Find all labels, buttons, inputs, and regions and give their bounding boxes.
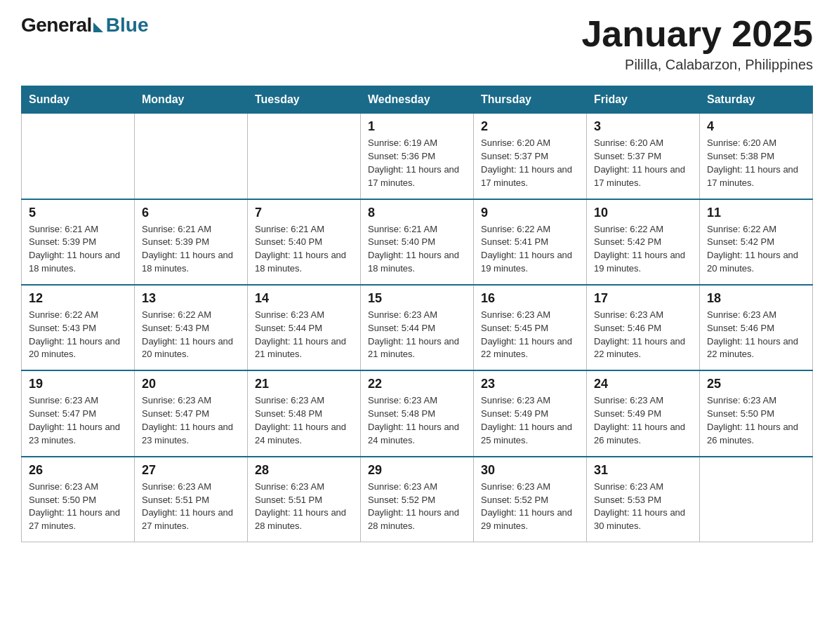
day-number: 1 (368, 119, 466, 134)
day-number: 18 (707, 291, 805, 306)
day-info: Sunrise: 6:23 AM Sunset: 5:45 PM Dayligh… (481, 309, 579, 361)
calendar-cell (135, 114, 248, 199)
calendar-cell: 30Sunrise: 6:23 AM Sunset: 5:52 PM Dayli… (474, 457, 587, 542)
weekday-header-tuesday: Tuesday (248, 86, 361, 114)
calendar-table: SundayMondayTuesdayWednesdayThursdayFrid… (21, 86, 813, 542)
calendar-subtitle: Pililla, Calabarzon, Philippines (581, 57, 813, 73)
day-info: Sunrise: 6:23 AM Sunset: 5:46 PM Dayligh… (594, 309, 692, 361)
day-info: Sunrise: 6:23 AM Sunset: 5:49 PM Dayligh… (594, 394, 692, 447)
calendar-cell: 13Sunrise: 6:22 AM Sunset: 5:43 PM Dayli… (135, 285, 248, 370)
day-info: Sunrise: 6:23 AM Sunset: 5:50 PM Dayligh… (707, 394, 805, 447)
weekday-header-sunday: Sunday (22, 86, 135, 114)
day-number: 4 (707, 119, 805, 134)
calendar-cell: 18Sunrise: 6:23 AM Sunset: 5:46 PM Dayli… (700, 285, 813, 370)
calendar-cell: 7Sunrise: 6:21 AM Sunset: 5:40 PM Daylig… (248, 199, 361, 285)
day-info: Sunrise: 6:23 AM Sunset: 5:51 PM Dayligh… (255, 481, 353, 533)
day-info: Sunrise: 6:23 AM Sunset: 5:51 PM Dayligh… (142, 481, 240, 533)
day-number: 20 (142, 377, 240, 391)
day-info: Sunrise: 6:22 AM Sunset: 5:41 PM Dayligh… (481, 223, 579, 276)
day-info: Sunrise: 6:21 AM Sunset: 5:39 PM Dayligh… (142, 223, 240, 276)
calendar-cell: 24Sunrise: 6:23 AM Sunset: 5:49 PM Dayli… (587, 370, 700, 456)
calendar-cell: 23Sunrise: 6:23 AM Sunset: 5:49 PM Dayli… (474, 370, 587, 456)
weekday-header-row: SundayMondayTuesdayWednesdayThursdayFrid… (22, 86, 813, 114)
day-number: 26 (29, 463, 127, 478)
calendar-cell: 22Sunrise: 6:23 AM Sunset: 5:48 PM Dayli… (361, 370, 474, 456)
page-header: General Blue January 2025 Pililla, Calab… (21, 14, 813, 73)
day-number: 31 (594, 463, 692, 478)
calendar-week-row: 12Sunrise: 6:22 AM Sunset: 5:43 PM Dayli… (22, 285, 813, 370)
logo: General Blue (21, 14, 148, 36)
calendar-week-row: 1Sunrise: 6:19 AM Sunset: 5:36 PM Daylig… (22, 114, 813, 199)
day-info: Sunrise: 6:23 AM Sunset: 5:52 PM Dayligh… (368, 481, 466, 533)
calendar-cell: 29Sunrise: 6:23 AM Sunset: 5:52 PM Dayli… (361, 457, 474, 542)
calendar-cell: 3Sunrise: 6:20 AM Sunset: 5:37 PM Daylig… (587, 114, 700, 199)
calendar-cell: 5Sunrise: 6:21 AM Sunset: 5:39 PM Daylig… (22, 199, 135, 285)
day-number: 27 (142, 463, 240, 478)
day-number: 6 (142, 206, 240, 220)
day-number: 23 (481, 377, 579, 391)
weekday-header-saturday: Saturday (700, 86, 813, 114)
day-info: Sunrise: 6:21 AM Sunset: 5:40 PM Dayligh… (368, 223, 466, 276)
day-number: 7 (255, 206, 353, 220)
day-info: Sunrise: 6:23 AM Sunset: 5:47 PM Dayligh… (142, 394, 240, 447)
day-info: Sunrise: 6:22 AM Sunset: 5:43 PM Dayligh… (29, 309, 127, 361)
logo-blue-text: Blue (106, 14, 149, 36)
day-info: Sunrise: 6:22 AM Sunset: 5:42 PM Dayligh… (594, 223, 692, 276)
day-info: Sunrise: 6:23 AM Sunset: 5:52 PM Dayligh… (481, 481, 579, 533)
day-info: Sunrise: 6:22 AM Sunset: 5:43 PM Dayligh… (142, 309, 240, 361)
calendar-header: SundayMondayTuesdayWednesdayThursdayFrid… (22, 86, 813, 114)
calendar-cell: 6Sunrise: 6:21 AM Sunset: 5:39 PM Daylig… (135, 199, 248, 285)
weekday-header-monday: Monday (135, 86, 248, 114)
day-number: 30 (481, 463, 579, 478)
day-info: Sunrise: 6:23 AM Sunset: 5:47 PM Dayligh… (29, 394, 127, 447)
day-info: Sunrise: 6:20 AM Sunset: 5:37 PM Dayligh… (594, 137, 692, 189)
title-block: January 2025 Pililla, Calabarzon, Philip… (581, 14, 813, 73)
logo-arrow-icon (93, 22, 103, 32)
calendar-cell: 10Sunrise: 6:22 AM Sunset: 5:42 PM Dayli… (587, 199, 700, 285)
calendar-cell: 9Sunrise: 6:22 AM Sunset: 5:41 PM Daylig… (474, 199, 587, 285)
day-info: Sunrise: 6:19 AM Sunset: 5:36 PM Dayligh… (368, 137, 466, 189)
day-number: 12 (29, 291, 127, 306)
day-number: 5 (29, 206, 127, 220)
day-number: 22 (368, 377, 466, 391)
calendar-cell: 8Sunrise: 6:21 AM Sunset: 5:40 PM Daylig… (361, 199, 474, 285)
day-info: Sunrise: 6:23 AM Sunset: 5:50 PM Dayligh… (29, 481, 127, 533)
day-info: Sunrise: 6:23 AM Sunset: 5:44 PM Dayligh… (255, 309, 353, 361)
calendar-cell: 27Sunrise: 6:23 AM Sunset: 5:51 PM Dayli… (135, 457, 248, 542)
day-number: 8 (368, 206, 466, 220)
calendar-cell: 25Sunrise: 6:23 AM Sunset: 5:50 PM Dayli… (700, 370, 813, 456)
day-number: 17 (594, 291, 692, 306)
day-info: Sunrise: 6:21 AM Sunset: 5:40 PM Dayligh… (255, 223, 353, 276)
day-info: Sunrise: 6:20 AM Sunset: 5:38 PM Dayligh… (707, 137, 805, 189)
logo-general-text: General (21, 14, 92, 36)
calendar-cell: 17Sunrise: 6:23 AM Sunset: 5:46 PM Dayli… (587, 285, 700, 370)
day-number: 14 (255, 291, 353, 306)
calendar-cell: 14Sunrise: 6:23 AM Sunset: 5:44 PM Dayli… (248, 285, 361, 370)
day-number: 15 (368, 291, 466, 306)
day-info: Sunrise: 6:23 AM Sunset: 5:53 PM Dayligh… (594, 481, 692, 533)
calendar-week-row: 5Sunrise: 6:21 AM Sunset: 5:39 PM Daylig… (22, 199, 813, 285)
day-number: 29 (368, 463, 466, 478)
day-number: 25 (707, 377, 805, 391)
calendar-cell: 20Sunrise: 6:23 AM Sunset: 5:47 PM Dayli… (135, 370, 248, 456)
day-number: 13 (142, 291, 240, 306)
day-number: 21 (255, 377, 353, 391)
calendar-cell: 11Sunrise: 6:22 AM Sunset: 5:42 PM Dayli… (700, 199, 813, 285)
calendar-cell: 16Sunrise: 6:23 AM Sunset: 5:45 PM Dayli… (474, 285, 587, 370)
day-info: Sunrise: 6:20 AM Sunset: 5:37 PM Dayligh… (481, 137, 579, 189)
day-number: 10 (594, 206, 692, 220)
day-number: 19 (29, 377, 127, 391)
day-info: Sunrise: 6:23 AM Sunset: 5:46 PM Dayligh… (707, 309, 805, 361)
day-info: Sunrise: 6:22 AM Sunset: 5:42 PM Dayligh… (707, 223, 805, 276)
day-number: 28 (255, 463, 353, 478)
day-number: 2 (481, 119, 579, 134)
calendar-week-row: 19Sunrise: 6:23 AM Sunset: 5:47 PM Dayli… (22, 370, 813, 456)
day-info: Sunrise: 6:23 AM Sunset: 5:44 PM Dayligh… (368, 309, 466, 361)
calendar-cell (248, 114, 361, 199)
day-number: 3 (594, 119, 692, 134)
day-info: Sunrise: 6:23 AM Sunset: 5:48 PM Dayligh… (368, 394, 466, 447)
day-number: 24 (594, 377, 692, 391)
weekday-header-friday: Friday (587, 86, 700, 114)
calendar-cell: 26Sunrise: 6:23 AM Sunset: 5:50 PM Dayli… (22, 457, 135, 542)
weekday-header-wednesday: Wednesday (361, 86, 474, 114)
